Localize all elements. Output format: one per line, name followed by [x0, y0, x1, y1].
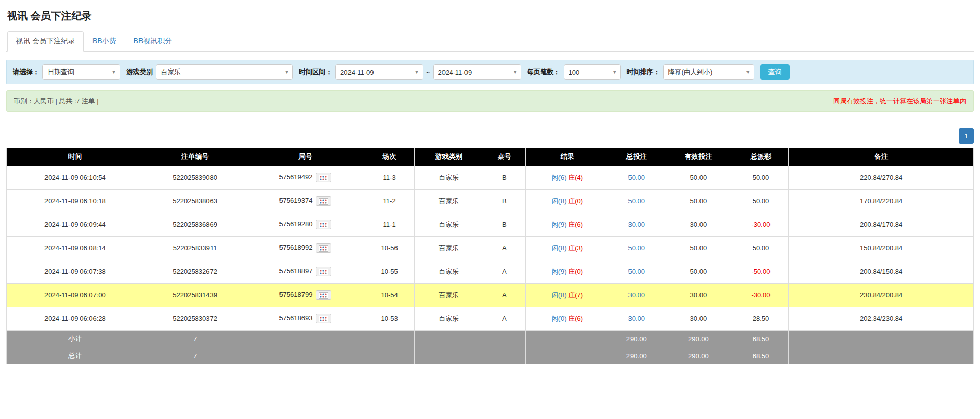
tab-0[interactable]: 视讯 会员下注纪录	[7, 31, 84, 52]
query-type-label: 请选择：	[13, 67, 39, 77]
search-button[interactable]: 查询	[760, 64, 790, 80]
cell-bet-id: 522025838063	[144, 190, 246, 213]
round-id: 575619492	[279, 173, 312, 181]
cell-game-type: 百家乐	[414, 237, 483, 260]
cell-note: 200.84/150.84	[789, 260, 974, 284]
chevron-down-icon[interactable]: ▼	[509, 65, 521, 79]
cell-result: 闲(6) 庄(4)	[526, 166, 609, 190]
chevron-down-icon[interactable]: ▼	[411, 65, 423, 79]
cell-table-no: B	[483, 213, 526, 237]
cell-note: 170.84/220.84	[789, 190, 974, 213]
roadmap-icon[interactable]	[316, 196, 331, 206]
cell-table-no: A	[483, 260, 526, 284]
column-header: 总投注	[609, 148, 664, 166]
date-from-value: 2024-11-09	[336, 68, 411, 76]
cell-result: 闲(9) 庄(6)	[526, 213, 609, 237]
cell-valid-bet: 30.00	[664, 213, 733, 237]
chevron-down-icon[interactable]: ▼	[609, 65, 620, 79]
cell-bet-id: 522025830372	[144, 307, 246, 331]
round-id: 575619374	[279, 197, 312, 204]
column-header: 局号	[246, 148, 364, 166]
cell-game-type: 百家乐	[414, 213, 483, 237]
summary-text: 币别：人民币 | 总共 :7 注单 |	[14, 97, 99, 106]
cell-payout: 28.50	[733, 307, 789, 331]
cell-total-bet: 50.00	[609, 166, 664, 190]
tab-2[interactable]: BB视讯积分	[125, 31, 181, 52]
footer-valid-bet: 290.00	[664, 331, 733, 347]
cell-round-id: 575619280	[246, 213, 364, 237]
table-header-row: 时间注单编号局号场次游戏类别桌号结果总投注有效投注总派彩备注	[7, 148, 974, 166]
cell-bet-id: 522025832672	[144, 260, 246, 284]
summary-note: 同局有效投注，统一计算在该局第一张注单内	[833, 97, 966, 106]
cell-result: 闲(8) 庄(3)	[526, 237, 609, 260]
game-type-select[interactable]: 百家乐 ▼	[156, 64, 293, 80]
sort-order-select[interactable]: 降幂(由大到小) ▼	[663, 64, 754, 80]
cell-bet-id: 522025836869	[144, 213, 246, 237]
table-row: 2024-11-09 06:07:38522025832672575618897…	[7, 260, 974, 284]
query-type-select[interactable]: 日期查询 ▼	[42, 64, 120, 80]
cell-result: 闲(8) 庄(7)	[526, 284, 609, 307]
result-player: 闲(9)	[552, 221, 567, 228]
chevron-down-icon[interactable]: ▼	[108, 65, 120, 79]
records-table: 时间注单编号局号场次游戏类别桌号结果总投注有效投注总派彩备注 2024-11-0…	[6, 148, 974, 364]
table-row: 2024-11-09 06:08:14522025833911575618992…	[7, 237, 974, 260]
result-player: 闲(8)	[552, 197, 567, 205]
cell-total-bet: 50.00	[609, 260, 664, 284]
result-banker: 庄(0)	[568, 197, 583, 205]
cell-session: 11-1	[364, 213, 414, 237]
footer-payout: 68.50	[733, 331, 789, 347]
round-id: 575618799	[279, 291, 312, 298]
cell-payout: -30.00	[733, 213, 789, 237]
roadmap-icon[interactable]	[316, 243, 331, 253]
cell-valid-bet: 50.00	[664, 166, 733, 190]
roadmap-icon[interactable]	[316, 267, 331, 276]
cell-time: 2024-11-09 06:07:38	[7, 260, 144, 284]
tab-1[interactable]: BB小费	[84, 31, 125, 52]
column-header: 结果	[526, 148, 609, 166]
page-button-1[interactable]: 1	[959, 128, 974, 144]
cell-time: 2024-11-09 06:10:54	[7, 166, 144, 190]
total-bet-link[interactable]: 50.00	[628, 268, 645, 275]
cell-valid-bet: 30.00	[664, 307, 733, 331]
result-player: 闲(8)	[552, 291, 567, 299]
cell-result: 闲(9) 庄(0)	[526, 260, 609, 284]
cell-valid-bet: 30.00	[664, 284, 733, 307]
total-bet-link[interactable]: 30.00	[628, 291, 645, 299]
cell-note: 200.84/170.84	[789, 213, 974, 237]
cell-total-bet: 50.00	[609, 190, 664, 213]
result-banker: 庄(4)	[568, 174, 583, 181]
cell-game-type: 百家乐	[414, 190, 483, 213]
total-bet-link[interactable]: 50.00	[628, 197, 645, 205]
total-bet-link[interactable]: 50.00	[628, 244, 645, 252]
date-from-select[interactable]: 2024-11-09 ▼	[335, 64, 423, 80]
result-player: 闲(8)	[552, 244, 567, 252]
cell-game-type: 百家乐	[414, 307, 483, 331]
cell-round-id: 575619374	[246, 190, 364, 213]
page-title: 视讯 会员下注纪录	[7, 9, 974, 23]
cell-result: 闲(0) 庄(6)	[526, 307, 609, 331]
cell-table-no: B	[483, 190, 526, 213]
result-banker: 庄(7)	[568, 291, 583, 299]
total-bet-link[interactable]: 50.00	[628, 174, 645, 181]
footer-count: 7	[144, 331, 246, 347]
date-to-select[interactable]: 2024-11-09 ▼	[433, 64, 521, 80]
cell-round-id: 575618992	[246, 237, 364, 260]
cell-table-no: B	[483, 166, 526, 190]
roadmap-icon[interactable]	[316, 173, 331, 182]
roadmap-icon[interactable]	[316, 290, 331, 300]
query-type-value: 日期查询	[43, 67, 108, 77]
chevron-down-icon[interactable]: ▼	[281, 65, 292, 79]
cell-session: 11-2	[364, 190, 414, 213]
page-size-label: 每页笔数：	[527, 67, 561, 77]
footer-total-bet: 290.00	[609, 331, 664, 347]
cell-time: 2024-11-09 06:08:14	[7, 237, 144, 260]
page-size-select[interactable]: 100 ▼	[564, 64, 621, 80]
total-row: 总计7290.00290.0068.50	[7, 347, 974, 364]
chevron-down-icon[interactable]: ▼	[742, 65, 754, 79]
cell-round-id: 575618897	[246, 260, 364, 284]
total-bet-link[interactable]: 30.00	[628, 221, 645, 228]
roadmap-icon[interactable]	[316, 220, 331, 229]
cell-total-bet: 30.00	[609, 284, 664, 307]
total-bet-link[interactable]: 30.00	[628, 315, 645, 322]
roadmap-icon[interactable]	[316, 314, 331, 323]
